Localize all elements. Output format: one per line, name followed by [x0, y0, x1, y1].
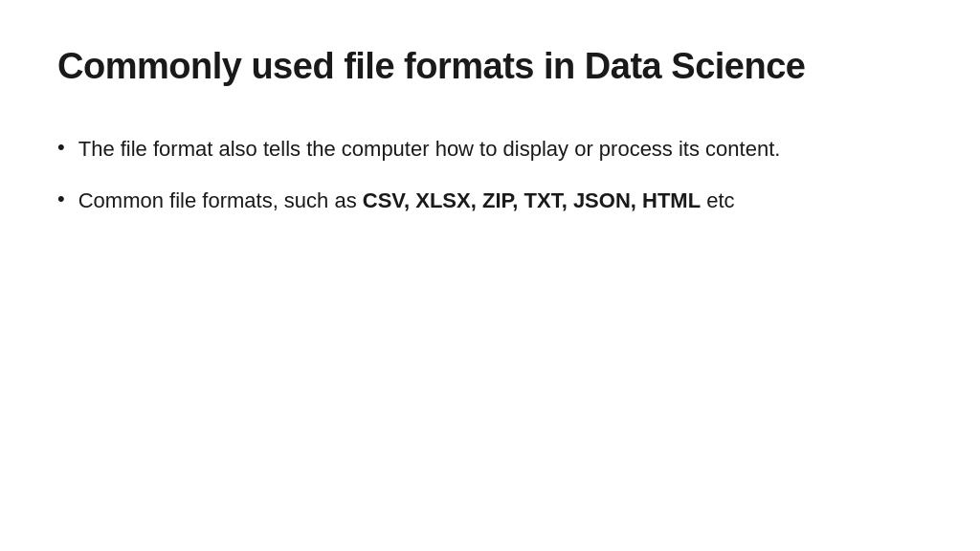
bullet1-text: The file format also tells the computer …: [78, 137, 781, 161]
bullet2-end: etc: [701, 188, 734, 212]
bullet2-intro: Common file formats, such as: [78, 188, 363, 212]
bullet-item-2: • Common file formats, such as CSV, XLSX…: [57, 185, 923, 217]
bullet-dot-1: •: [57, 135, 65, 160]
bullet-text-1: The file format also tells the computer …: [78, 133, 923, 165]
bullet-text-2: Common file formats, such as CSV, XLSX, …: [78, 185, 735, 217]
slide-title: Commonly used file formats in Data Scien…: [57, 46, 923, 87]
bullet-item-1: • The file format also tells the compute…: [57, 133, 923, 165]
slide-container: Commonly used file formats in Data Scien…: [0, 0, 980, 551]
bullet-list: • The file format also tells the compute…: [57, 133, 923, 236]
bullet2-bold: CSV, XLSX, ZIP, TXT, JSON, HTML: [363, 188, 701, 212]
bullet-dot-2: •: [57, 187, 65, 211]
